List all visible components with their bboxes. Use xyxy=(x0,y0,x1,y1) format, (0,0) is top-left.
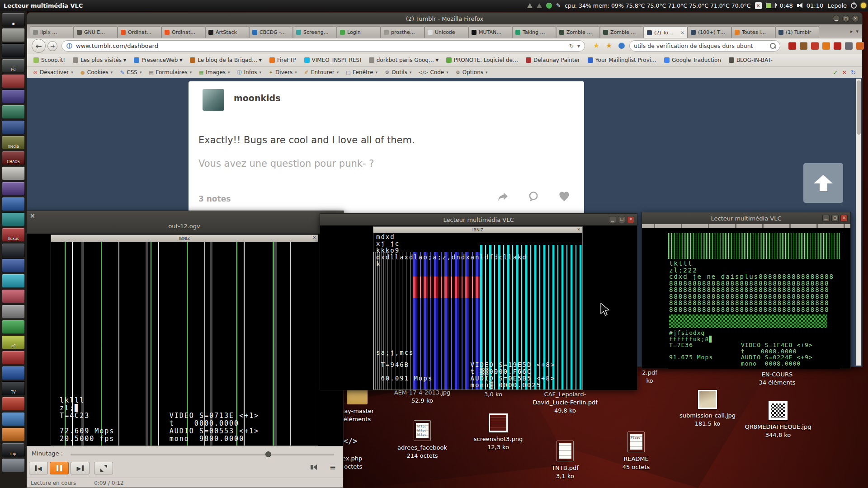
close-icon[interactable]: ✕ xyxy=(852,15,859,22)
webdev-menu-infos[interactable]: ⓘInfos xyxy=(237,69,262,76)
tab[interactable]: prosthe… xyxy=(381,26,425,38)
refresh-icon[interactable]: ↻ xyxy=(851,69,856,76)
ask-prompt[interactable]: Vous avez une question pour punk- ? xyxy=(198,158,374,169)
tab[interactable]: Zombie … xyxy=(556,26,600,38)
desktop-icon-submission-call[interactable]: submission-call.jpg 181,5 ko xyxy=(674,390,741,428)
back-to-top-button[interactable] xyxy=(803,163,843,203)
battery-time[interactable]: 0:48 xyxy=(780,2,793,9)
dock-icon[interactable] xyxy=(2,74,25,88)
fullscreen-button[interactable] xyxy=(94,462,113,474)
dock-icon[interactable] xyxy=(2,120,25,134)
dock-icon[interactable] xyxy=(2,397,25,411)
dock-icon[interactable] xyxy=(2,197,25,211)
tab-active[interactable]: (2) Tu…✕ xyxy=(644,26,688,38)
slider-handle[interactable] xyxy=(265,451,271,457)
scrollbar-thumb[interactable] xyxy=(857,80,861,135)
chat-status-icon[interactable] xyxy=(546,3,552,9)
dock-icon[interactable] xyxy=(2,243,25,257)
volume-icon[interactable] xyxy=(797,3,802,8)
maximize-icon[interactable]: ▢ xyxy=(618,216,625,223)
keyboard-indicator-icon[interactable]: ✕ xyxy=(755,2,762,9)
webdev-menu-desactiver[interactable]: ⊘Désactiver xyxy=(33,69,73,75)
power-icon[interactable] xyxy=(851,3,857,9)
bookmark-item[interactable]: VIMEO_INSPI_RESI xyxy=(304,57,361,63)
tab[interactable]: Ordinat… xyxy=(118,26,161,38)
desktop-icon-qr8[interactable]: QR8MEDIATHEQUE.jpg 344,8 ko xyxy=(744,401,812,439)
seek-slider[interactable] xyxy=(71,454,334,455)
firefox-titlebar[interactable]: (2) Tumblr - Mozilla Firefox ▁▢✕ xyxy=(27,13,862,24)
tab[interactable]: Unicode xyxy=(425,26,468,38)
dock-icon[interactable] xyxy=(2,412,25,426)
tab[interactable]: Zombie … xyxy=(600,26,644,38)
maximize-icon[interactable]: ▢ xyxy=(842,15,849,22)
dock-icon[interactable]: Pd xyxy=(2,59,25,73)
dock-icon[interactable] xyxy=(2,166,25,180)
avatar[interactable] xyxy=(203,89,224,111)
extension-icon[interactable] xyxy=(822,42,830,50)
bookmark-item[interactable]: Delaunay Painter xyxy=(526,57,580,63)
vlc-titlebar[interactable]: Lecteur multimédia VLC ▁▢✕ xyxy=(320,214,637,225)
dock-icon[interactable] xyxy=(2,320,25,334)
dock-icon[interactable] xyxy=(2,89,25,103)
webdev-menu-formulaires[interactable]: ▤Formulaires xyxy=(149,69,192,75)
url-dropdown-icon[interactable]: ▾ xyxy=(577,43,580,49)
bookmark-item[interactable]: Le blog de la Brigad… ▾ xyxy=(190,57,262,63)
pause-button[interactable] xyxy=(50,462,69,474)
bookmark-item[interactable]: BLOG-IN-BAT- xyxy=(729,57,773,63)
webdev-menu-outils[interactable]: ⚙Outils xyxy=(384,69,411,75)
edit-icon[interactable]: ✎ xyxy=(556,2,561,9)
ibniz-minimized-titlebar[interactable] xyxy=(642,224,850,228)
dock-icon[interactable]: <? xyxy=(2,335,25,349)
tab[interactable]: (100+) T… xyxy=(688,26,731,38)
tab[interactable]: MUTAN… xyxy=(468,26,512,38)
battery-icon[interactable] xyxy=(766,3,776,8)
minimize-icon[interactable]: ▁ xyxy=(609,216,616,223)
url-bar[interactable]: www.tumblr.com/dashboard ↻▾ xyxy=(61,40,585,52)
extension-icon[interactable] xyxy=(800,42,807,50)
extension-icon[interactable] xyxy=(845,42,853,50)
tab-scroll-icon[interactable]: ▸ xyxy=(850,28,853,34)
tab[interactable]: CBCDG -… xyxy=(249,26,293,38)
dock-icon[interactable] xyxy=(2,182,25,196)
extension-icon[interactable] xyxy=(834,42,841,50)
extension-icon[interactable] xyxy=(856,42,864,50)
desktop-icon-screenshot3[interactable]: screenshot3.png 12,3 ko xyxy=(464,413,532,451)
warning-icon[interactable] xyxy=(537,3,542,8)
reply-icon[interactable] xyxy=(527,191,540,202)
dock-icon[interactable] xyxy=(2,458,25,472)
dock-icon[interactable]: media xyxy=(2,136,25,150)
tab[interactable]: Taking … xyxy=(512,26,556,38)
desktop-icon-readme[interactable]: Pleas README 45 octets xyxy=(602,432,670,471)
dock-icon[interactable] xyxy=(2,212,25,226)
bookmark-item[interactable]: PRONOTE, Logiciel de… xyxy=(446,57,518,63)
webdev-menu-code[interactable]: </>Code xyxy=(418,69,448,75)
dock-icon[interactable] xyxy=(2,351,25,365)
previous-button[interactable]: ◀ xyxy=(29,462,48,474)
webdev-menu-cookies[interactable]: ●Cookies xyxy=(80,69,113,75)
minimize-icon[interactable]: ▁ xyxy=(822,215,830,222)
extension-icon[interactable] xyxy=(788,42,796,50)
dock-icon[interactable]: irip xyxy=(2,443,25,457)
user-name[interactable]: Lepole xyxy=(827,2,847,9)
minimize-icon[interactable]: ▁ xyxy=(833,15,840,22)
dock-icon[interactable] xyxy=(2,28,25,42)
search-text[interactable]: utils de verification de disques durs ub… xyxy=(634,42,767,49)
dock-icon[interactable]: ◉ xyxy=(2,13,25,27)
back-button[interactable]: ← xyxy=(32,39,46,53)
webdev-menu-fenetre[interactable]: ▢Fenêtre xyxy=(345,69,377,75)
tab[interactable]: iipix … xyxy=(30,26,74,38)
like-heart-icon[interactable] xyxy=(558,191,571,202)
close-icon[interactable]: ✕ xyxy=(577,227,580,232)
desktop-icon-tntb-pdf[interactable]: TNTB.pdf 3,1 ko xyxy=(531,441,599,480)
tab[interactable]: Login xyxy=(337,26,381,38)
tab[interactable]: ArtStack xyxy=(205,26,249,38)
share-icon[interactable] xyxy=(496,191,509,202)
tab-close-icon[interactable]: ✕ xyxy=(681,30,684,35)
dock-icon[interactable] xyxy=(2,105,25,119)
post-username[interactable]: moonkids xyxy=(234,93,281,103)
error-icon[interactable]: ✕ xyxy=(842,69,847,76)
dock-icon[interactable]: fluxus xyxy=(2,228,25,242)
vlc-titlebar[interactable]: Lecteur multimédia VLC ▁▢✕ xyxy=(642,212,850,224)
dock-icon[interactable] xyxy=(2,258,25,272)
addon-circle-icon[interactable] xyxy=(618,42,625,49)
